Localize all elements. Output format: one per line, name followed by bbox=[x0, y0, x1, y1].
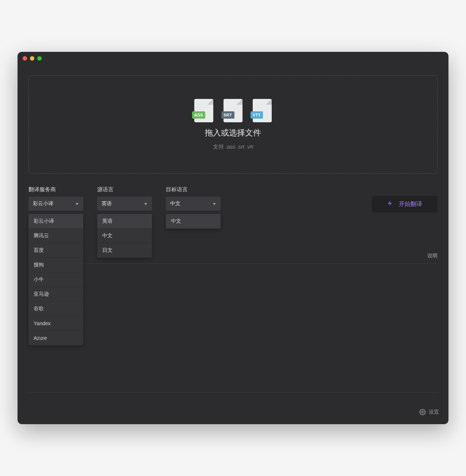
provider-select[interactable]: 彩云小译 ▼ bbox=[28, 197, 83, 211]
settings-button[interactable]: 设置 bbox=[419, 409, 439, 415]
file-icons-row: ASSSRTVTT bbox=[194, 99, 272, 122]
dropdown-item[interactable]: 小牛 bbox=[28, 272, 83, 287]
provider-group: 翻译服务商 彩云小译 ▼ 彩云小译腾讯云百度搜狗小牛亚马逊谷歌YandexAzu… bbox=[28, 186, 83, 211]
dropdown-item[interactable]: Yandex bbox=[28, 316, 83, 331]
chevron-down-icon: ▼ bbox=[213, 202, 216, 206]
file-badge: ASS bbox=[192, 111, 205, 119]
start-label: 开始翻译 bbox=[399, 200, 422, 208]
file-dropzone[interactable]: ASSSRTVTT 拖入或选择文件 支持 .ass .srt .vtt bbox=[28, 75, 438, 174]
file-icon: VTT bbox=[253, 99, 272, 122]
table-header: 名 说明 bbox=[28, 253, 438, 264]
app-window: ASSSRTVTT 拖入或选择文件 支持 .ass .srt .vtt 翻译服务… bbox=[18, 52, 448, 424]
settings-label: 设置 bbox=[429, 409, 439, 415]
dropdown-item[interactable]: 搜狗 bbox=[28, 258, 83, 272]
gear-icon bbox=[419, 409, 426, 415]
source-select[interactable]: 英语 ▼ bbox=[97, 197, 152, 211]
target-group: 目标语言 中文 ▼ 中文 bbox=[166, 186, 221, 211]
divider bbox=[28, 392, 438, 393]
column-desc: 说明 bbox=[427, 253, 438, 259]
source-dropdown: 英语中文日文 bbox=[97, 214, 152, 258]
dropdown-item[interactable]: 谷歌 bbox=[28, 302, 83, 316]
target-select[interactable]: 中文 ▼ bbox=[166, 197, 221, 211]
file-icon: ASS bbox=[194, 99, 213, 122]
source-group: 源语言 英语 ▼ 英语中文日文 bbox=[97, 186, 152, 211]
dropdown-item[interactable]: Azure bbox=[28, 331, 83, 345]
titlebar bbox=[18, 52, 448, 65]
dropzone-title: 拖入或选择文件 bbox=[205, 127, 261, 138]
start-translate-button[interactable]: 开始翻译 bbox=[372, 196, 438, 212]
dropdown-item[interactable]: 中文 bbox=[166, 214, 221, 229]
dropdown-item[interactable]: 百度 bbox=[28, 243, 83, 258]
maximize-icon[interactable] bbox=[37, 56, 42, 61]
dropdown-item[interactable]: 日文 bbox=[97, 243, 152, 258]
target-label: 目标语言 bbox=[166, 186, 221, 193]
dropdown-item[interactable]: 英语 bbox=[97, 214, 152, 229]
dropdown-item[interactable]: 彩云小译 bbox=[28, 214, 83, 229]
controls-row: 翻译服务商 彩云小译 ▼ 彩云小译腾讯云百度搜狗小牛亚马逊谷歌YandexAzu… bbox=[28, 186, 438, 212]
lightning-icon bbox=[387, 200, 393, 208]
target-selected: 中文 bbox=[170, 200, 180, 207]
file-badge: SRT bbox=[221, 111, 234, 119]
source-selected: 英语 bbox=[102, 200, 112, 207]
dropdown-item[interactable]: 亚马逊 bbox=[28, 287, 83, 302]
target-dropdown: 中文 bbox=[166, 214, 221, 229]
dropdown-item[interactable]: 腾讯云 bbox=[28, 229, 83, 243]
dropzone-subtitle: 支持 .ass .srt .vtt bbox=[213, 143, 253, 150]
chevron-down-icon: ▼ bbox=[144, 202, 148, 206]
dropdown-item[interactable]: 中文 bbox=[97, 229, 152, 243]
svg-point-0 bbox=[422, 411, 424, 413]
provider-label: 翻译服务商 bbox=[28, 186, 83, 193]
chevron-down-icon: ▼ bbox=[75, 202, 79, 206]
file-badge: VTT bbox=[251, 111, 263, 119]
provider-dropdown: 彩云小译腾讯云百度搜狗小牛亚马逊谷歌YandexAzure bbox=[28, 214, 83, 345]
provider-selected: 彩云小译 bbox=[33, 200, 53, 207]
close-icon[interactable] bbox=[23, 56, 27, 61]
minimize-icon[interactable] bbox=[30, 56, 34, 61]
source-label: 源语言 bbox=[97, 186, 152, 193]
file-icon: SRT bbox=[224, 99, 242, 122]
